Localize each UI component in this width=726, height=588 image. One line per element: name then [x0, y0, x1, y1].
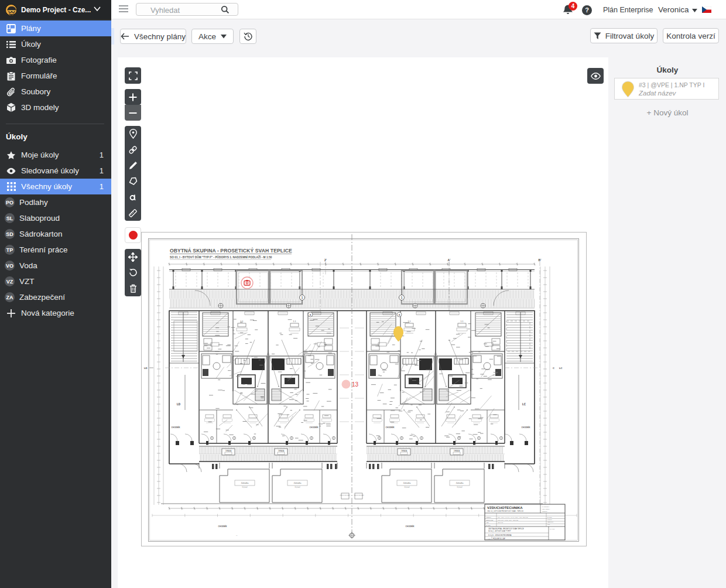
- svg-text:ING. ARCH. J. MACA / MACA LOUY: ING. ARCH. J. MACA / MACA LOUY ARCH TEPL…: [498, 517, 528, 518]
- svg-text:A: A: [399, 313, 400, 316]
- svg-text:VZDUCHOTECHNIKA: VZDUCHOTECHNIKA: [487, 506, 523, 510]
- svg-text:VÝKRES: VÝKRES: [486, 538, 491, 539]
- svg-text:15,0 m2: 15,0 m2: [294, 486, 300, 488]
- svg-text:CHODNÍK: CHODNÍK: [172, 426, 181, 429]
- svg-text:TERASA: TERASA: [278, 450, 285, 452]
- svg-text:PŮDORYS 1.NP: PŮDORYS 1.NP: [493, 537, 505, 540]
- svg-text:C: C: [553, 367, 554, 370]
- svg-text:VED.: VED.: [486, 522, 489, 523]
- svg-text:MĚŘÍTKO: MĚŘÍTKO: [547, 521, 553, 522]
- svg-text:Aʹ: Aʹ: [448, 258, 451, 262]
- svg-text:11/2016: 11/2016: [547, 519, 553, 520]
- svg-text:LD: LD: [144, 367, 148, 370]
- svg-text:D.1.4.1 - VZDUCHOTECHNIKA: D.1.4.1 - VZDUCHOTECHNIKA: [488, 534, 512, 536]
- svg-text:CHODNÍK: CHODNÍK: [522, 426, 531, 429]
- svg-text:Zahrádka: Zahrádka: [456, 482, 464, 484]
- svg-text:CHODNÍK: CHODNÍK: [386, 426, 395, 429]
- svg-text:VSTUP DO OBJ.: VSTUP DO OBJ.: [354, 494, 364, 496]
- svg-text:TEPLICE: TEPLICE: [498, 522, 504, 523]
- svg-text:OBYTNÁ SKUPINA - PROSETICKÝ SV: OBYTNÁ SKUPINA - PROSETICKÝ SVAH TEPLICE: [488, 528, 524, 530]
- svg-text:PAURUS P.: PAURUS P.: [542, 506, 550, 508]
- svg-text:Č.VÝKR.: Č.VÝKR.: [550, 528, 555, 529]
- svg-text:DATUM: DATUM: [486, 525, 491, 526]
- svg-text:1.1: 1.1: [293, 320, 296, 323]
- svg-text:TERASA: TERASA: [401, 450, 407, 452]
- svg-text:DATUM: DATUM: [547, 517, 552, 518]
- svg-text:VSTUP DO OBJ.: VSTUP DO OBJ.: [340, 494, 350, 496]
- svg-text:03/2016: 03/2016: [542, 511, 547, 512]
- svg-text:LC: LC: [559, 367, 563, 370]
- svg-text:CHODNÍK: CHODNÍK: [310, 426, 319, 429]
- svg-text:ZODPOVĚD.: ZODPOVĚD.: [486, 519, 494, 521]
- svg-text:Zahrádka: Zahrádka: [294, 482, 302, 484]
- svg-text:15,0 m2: 15,0 m2: [404, 486, 410, 488]
- svg-text:2ʹ: 2ʹ: [324, 258, 327, 262]
- svg-text:CHODNÍK: CHODNÍK: [218, 525, 228, 528]
- svg-text:KRESLIL: KRESLIL: [486, 517, 492, 518]
- svg-text:1.1: 1.1: [461, 320, 464, 323]
- svg-text:OBYTNÁ SKUPINA - PROSETICKÝ SV: OBYTNÁ SKUPINA - PROSETICKÝ SVAH TEPLICE: [170, 247, 292, 254]
- svg-text:Zahrádka: Zahrádka: [403, 482, 411, 484]
- svg-text:15,0 m2: 15,0 m2: [457, 486, 463, 488]
- svg-text:SO 01_I - BYTOVÝ DŮM "TYP F" -: SO 01_I - BYTOVÝ DŮM "TYP F" - PŮDORYS 1…: [170, 255, 272, 259]
- svg-text:A: A: [310, 313, 311, 316]
- svg-text:CHODNÍK: CHODNÍK: [406, 525, 415, 528]
- svg-text:LC: LC: [522, 403, 526, 406]
- svg-text:TERASA: TERASA: [225, 450, 232, 452]
- svg-text:Bʹ: Bʹ: [539, 258, 542, 262]
- svg-text:ING. TRNKA: ING. TRNKA: [542, 508, 550, 510]
- svg-text:13: 13: [352, 381, 359, 388]
- svg-text:LD: LD: [177, 403, 181, 406]
- svg-text:Zahrádka: Zahrádka: [241, 482, 249, 484]
- svg-text:15,0 m2: 15,0 m2: [242, 486, 248, 488]
- svg-text:TERASA: TERASA: [454, 450, 460, 452]
